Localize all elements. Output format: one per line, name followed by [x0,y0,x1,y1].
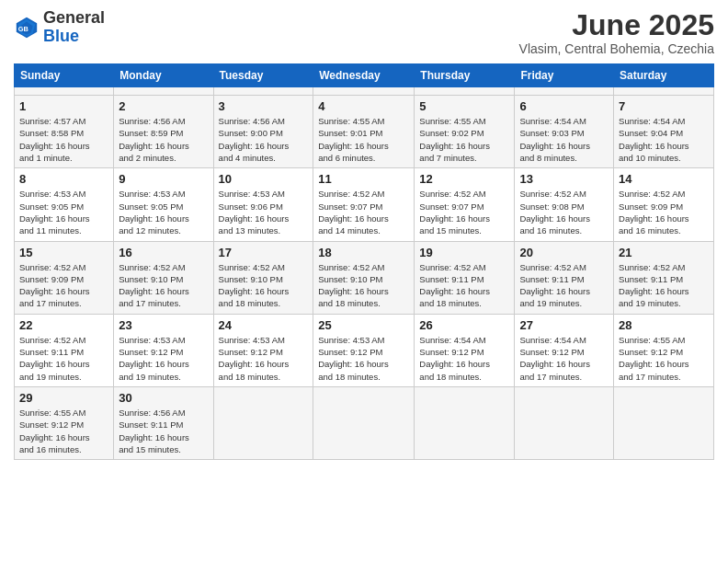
calendar-cell: 29Sunrise: 4:55 AMSunset: 9:12 PMDayligh… [15,386,114,459]
day-info: Sunrise: 4:52 AMSunset: 9:11 PMDaylight:… [619,261,709,310]
day-number: 17 [219,246,309,259]
calendar-cell: 5Sunrise: 4:55 AMSunset: 9:02 PMDaylight… [415,96,515,168]
calendar-header-sunday: Sunday [15,64,114,87]
day-info: Sunrise: 4:52 AMSunset: 9:07 PMDaylight:… [419,188,509,236]
calendar-week-row: 1Sunrise: 4:57 AMSunset: 8:58 PMDaylight… [15,96,714,168]
calendar-cell [213,87,313,96]
day-info: Sunrise: 4:52 AMSunset: 9:10 PMDaylight:… [219,261,309,310]
calendar-cell: 24Sunrise: 4:53 AMSunset: 9:12 PMDayligh… [213,314,313,386]
calendar-cell: 16Sunrise: 4:52 AMSunset: 9:10 PMDayligh… [114,241,213,314]
day-number: 2 [119,99,208,113]
day-number: 25 [318,318,409,332]
day-number: 4 [318,99,409,113]
calendar-header-thursday: Thursday [415,64,515,87]
logo-text: General Blue [43,9,105,46]
day-number: 6 [519,99,609,113]
day-info: Sunrise: 4:52 AMSunset: 9:10 PMDaylight:… [119,261,208,310]
day-info: Sunrise: 4:56 AMSunset: 9:00 PMDaylight:… [219,115,309,164]
day-number: 23 [119,318,208,332]
calendar-header-row: SundayMondayTuesdayWednesdayThursdayFrid… [15,64,714,87]
logo: GB General Blue [14,9,105,46]
day-number: 21 [619,246,709,259]
day-info: Sunrise: 4:56 AMSunset: 9:11 PMDaylight:… [119,407,208,455]
day-info: Sunrise: 4:57 AMSunset: 8:58 PMDaylight:… [19,115,108,164]
header: GB General Blue June 2025 Vlasim, Centra… [14,9,714,56]
day-number: 15 [19,246,108,259]
day-info: Sunrise: 4:55 AMSunset: 9:12 PMDaylight:… [619,334,709,383]
day-number: 16 [119,246,208,259]
calendar-cell: 27Sunrise: 4:54 AMSunset: 9:12 PMDayligh… [515,314,614,386]
calendar-cell: 28Sunrise: 4:55 AMSunset: 9:12 PMDayligh… [614,314,714,386]
calendar-table: SundayMondayTuesdayWednesdayThursdayFrid… [14,63,714,460]
calendar-cell: 8Sunrise: 4:53 AMSunset: 9:05 PMDaylight… [15,168,114,241]
day-number: 27 [519,318,609,332]
day-info: Sunrise: 4:55 AMSunset: 9:01 PMDaylight:… [318,115,409,164]
day-info: Sunrise: 4:52 AMSunset: 9:11 PMDaylight:… [419,261,509,310]
day-number: 14 [619,172,709,186]
calendar-cell: 15Sunrise: 4:52 AMSunset: 9:09 PMDayligh… [15,241,114,314]
calendar-cell [415,87,515,96]
calendar-cell [614,386,714,459]
day-info: Sunrise: 4:52 AMSunset: 9:10 PMDaylight:… [318,261,409,310]
calendar-cell: 13Sunrise: 4:52 AMSunset: 9:08 PMDayligh… [515,168,614,241]
day-number: 1 [19,99,108,113]
logo-blue: Blue [43,27,79,45]
calendar-cell: 6Sunrise: 4:54 AMSunset: 9:03 PMDaylight… [515,96,614,168]
calendar-cell: 7Sunrise: 4:54 AMSunset: 9:04 PMDaylight… [614,96,714,168]
calendar-header-tuesday: Tuesday [213,64,313,87]
calendar-week-row: 22Sunrise: 4:52 AMSunset: 9:11 PMDayligh… [15,314,714,386]
calendar-cell: 30Sunrise: 4:56 AMSunset: 9:11 PMDayligh… [114,386,213,459]
day-info: Sunrise: 4:54 AMSunset: 9:12 PMDaylight:… [419,334,509,383]
day-number: 7 [619,99,709,113]
day-number: 24 [219,318,309,332]
calendar-cell: 20Sunrise: 4:52 AMSunset: 9:11 PMDayligh… [515,241,614,314]
day-info: Sunrise: 4:53 AMSunset: 9:12 PMDaylight:… [219,334,309,383]
day-info: Sunrise: 4:52 AMSunset: 9:09 PMDaylight:… [619,188,709,236]
location: Vlasim, Central Bohemia, Czechia [519,41,714,56]
day-info: Sunrise: 4:53 AMSunset: 9:05 PMDaylight:… [19,188,108,236]
day-info: Sunrise: 4:55 AMSunset: 9:12 PMDaylight:… [19,407,108,455]
day-info: Sunrise: 4:53 AMSunset: 9:12 PMDaylight:… [318,334,409,383]
calendar-week-row: 8Sunrise: 4:53 AMSunset: 9:05 PMDaylight… [15,168,714,241]
calendar-cell: 18Sunrise: 4:52 AMSunset: 9:10 PMDayligh… [313,241,415,314]
day-number: 8 [19,172,108,186]
day-number: 10 [219,172,309,186]
calendar-cell [313,87,415,96]
calendar-cell: 4Sunrise: 4:55 AMSunset: 9:01 PMDaylight… [313,96,415,168]
calendar-header-friday: Friday [515,64,614,87]
month-title: June 2025 [519,9,714,41]
calendar-cell [15,87,114,96]
day-number: 12 [419,172,509,186]
calendar-header-monday: Monday [114,64,213,87]
day-info: Sunrise: 4:53 AMSunset: 9:06 PMDaylight:… [219,188,309,236]
day-info: Sunrise: 4:52 AMSunset: 9:08 PMDaylight:… [519,188,609,236]
calendar-cell [515,386,614,459]
calendar-cell: 11Sunrise: 4:52 AMSunset: 9:07 PMDayligh… [313,168,415,241]
calendar-cell: 26Sunrise: 4:54 AMSunset: 9:12 PMDayligh… [415,314,515,386]
calendar-cell [415,386,515,459]
calendar-week-row: 29Sunrise: 4:55 AMSunset: 9:12 PMDayligh… [15,386,714,459]
day-number: 11 [318,172,409,186]
day-info: Sunrise: 4:54 AMSunset: 9:04 PMDaylight:… [619,115,709,164]
day-number: 29 [19,391,108,405]
calendar-header-wednesday: Wednesday [313,64,415,87]
day-info: Sunrise: 4:54 AMSunset: 9:12 PMDaylight:… [519,334,609,383]
svg-text:GB: GB [18,25,29,33]
calendar-cell: 23Sunrise: 4:53 AMSunset: 9:12 PMDayligh… [114,314,213,386]
day-info: Sunrise: 4:53 AMSunset: 9:12 PMDaylight:… [119,334,208,383]
calendar-cell: 12Sunrise: 4:52 AMSunset: 9:07 PMDayligh… [415,168,515,241]
day-number: 19 [419,246,509,259]
calendar-cell [114,87,213,96]
day-number: 18 [318,246,409,259]
calendar-cell [313,386,415,459]
calendar-cell: 10Sunrise: 4:53 AMSunset: 9:06 PMDayligh… [213,168,313,241]
calendar-cell [515,87,614,96]
day-number: 22 [19,318,108,332]
day-number: 28 [619,318,709,332]
day-info: Sunrise: 4:55 AMSunset: 9:02 PMDaylight:… [419,115,509,164]
day-number: 20 [519,246,609,259]
title-block: June 2025 Vlasim, Central Bohemia, Czech… [519,9,714,56]
logo-general: General [43,9,105,28]
day-info: Sunrise: 4:56 AMSunset: 8:59 PMDaylight:… [119,115,208,164]
day-number: 13 [519,172,609,186]
